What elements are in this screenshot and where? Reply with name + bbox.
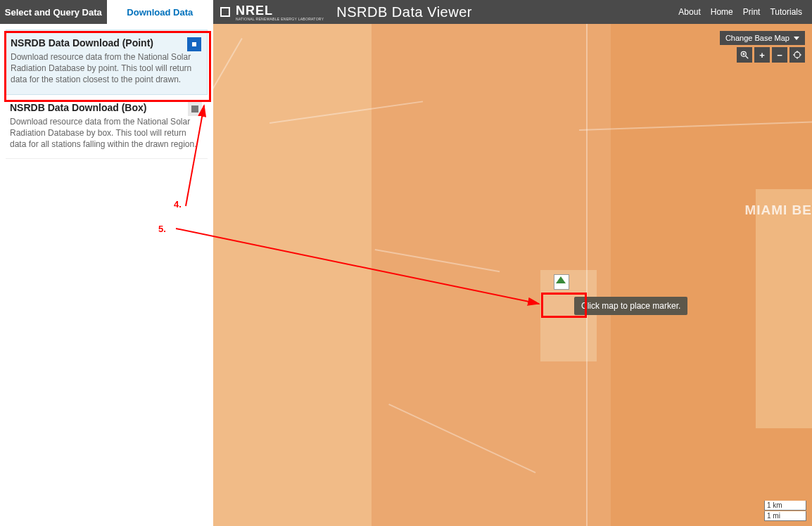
sidebar: NSRDB Data Download (Point) Download res…: [0, 24, 213, 526]
app-title: NSRDB Data Viewer: [336, 4, 472, 20]
change-basemap-label: Change Base Map: [725, 34, 789, 42]
zoom-in-button[interactable]: +: [754, 47, 770, 63]
locate-button[interactable]: [789, 47, 805, 63]
change-basemap-button[interactable]: Change Base Map: [720, 31, 805, 45]
tab-download-data[interactable]: Download Data: [107, 0, 214, 24]
download-card-box[interactable]: NSRDB Data Download (Box) Download resou…: [6, 95, 208, 160]
card-desc: Download resource data from the National…: [10, 116, 203, 150]
top-bar: Select and Query Data Download Data NREL…: [0, 0, 812, 24]
logo-text: NREL: [236, 4, 273, 18]
nav-about[interactable]: About: [678, 7, 700, 17]
point-marker-icon[interactable]: [187, 37, 201, 51]
scale-mi: 1 mi: [764, 511, 806, 521]
zoom-magnify-button[interactable]: [737, 47, 752, 63]
nav-print[interactable]: Print: [743, 7, 761, 17]
svg-line-1: [746, 56, 749, 59]
card-title: NSRDB Data Download (Point): [11, 37, 203, 49]
card-title: NSRDB Data Download (Box): [10, 102, 203, 113]
map-canvas[interactable]: MIAMI BE Click map to place marker. Chan…: [213, 24, 812, 526]
nav-tutorials[interactable]: Tutorials: [770, 7, 802, 17]
nav-links: About Home Print Tutorials: [678, 0, 812, 24]
nav-home[interactable]: Home: [711, 7, 733, 17]
sidebar-tabs: Select and Query Data Download Data: [0, 0, 213, 24]
logo-mark-icon: [220, 7, 230, 17]
magnifier-plus-icon: [740, 50, 749, 60]
crosshair-icon: [792, 50, 802, 60]
nrel-logo: NREL NATIONAL RENEWABLE ENERGY LABORATOR…: [220, 4, 324, 21]
zoom-out-button[interactable]: −: [772, 47, 787, 63]
svg-point-4: [794, 52, 800, 58]
map-controls: Change Base Map + −: [720, 31, 805, 63]
map-tooltip: Click map to place marker.: [574, 297, 687, 315]
box-marker-icon[interactable]: [188, 102, 202, 116]
map-marker-icon[interactable]: [554, 274, 569, 290]
map-label-miami-beach: MIAMI BE: [744, 203, 812, 218]
brand-area: NREL NATIONAL RENEWABLE ENERGY LABORATOR…: [213, 0, 678, 24]
download-card-point[interactable]: NSRDB Data Download (Point) Download res…: [6, 30, 208, 95]
chevron-down-icon: [794, 37, 799, 40]
tab-select-query[interactable]: Select and Query Data: [0, 0, 107, 24]
scale-km: 1 km: [764, 501, 806, 511]
card-desc: Download resource data from the National…: [11, 51, 203, 86]
map-scale: 1 km 1 mi: [764, 501, 806, 522]
annotation-highlight-marker: [541, 293, 587, 318]
